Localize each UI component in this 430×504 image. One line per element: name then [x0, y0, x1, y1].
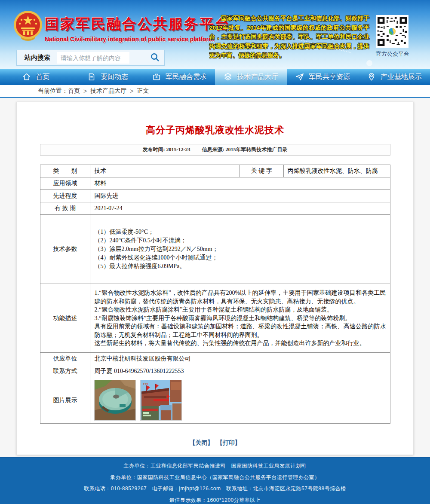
validity-label: 有 效 期	[40, 202, 90, 215]
nav-item-label: 产业基地展示	[381, 73, 422, 82]
paper-plane-icon	[295, 72, 304, 82]
table-row-validity: 有 效 期 2021-07-24	[40, 202, 390, 215]
supplier-value: 北京中核北研科技发展股份有限公司	[90, 353, 390, 365]
article-card: 高分子丙烯酸乳液改性水泥技术 发布时间: 2015-12-23 信息来源: 20…	[16, 102, 414, 455]
nav-item-home[interactable]: 首页	[0, 69, 72, 85]
platform-intro-text: 国家军民融合公共服务平台是工业和信息化部、财政部于2012年批复、2014年建成…	[209, 14, 369, 60]
map-dot	[366, 60, 372, 66]
category-label: 类 别	[40, 165, 90, 177]
table-row-advancement: 先进程度 国际先进	[40, 190, 390, 202]
params-label: 技术参数	[40, 215, 90, 284]
nav-item-label: 军民共享资源	[309, 73, 350, 82]
nav-item-shared-resources[interactable]: 军民共享资源	[287, 69, 359, 85]
nav-item-label: 首页	[36, 73, 49, 82]
validity-value: 2021-07-24	[90, 202, 390, 215]
nav-item-label: 要闻动态	[101, 73, 128, 82]
home-icon	[22, 72, 31, 82]
briefcase-icon	[152, 72, 161, 82]
footer-organizer-line: 主办单位：工业和信息化部军民结合推进司 国家国防科技工业局发展计划司	[0, 462, 430, 470]
nav-item-tech-hall[interactable]: 技术产品大厅	[215, 69, 287, 85]
news-icon	[87, 72, 96, 82]
breadcrumb: 当前位置： 首页 > 技术产品大厅 > 正文	[0, 85, 430, 98]
close-button[interactable]: 【关闭】	[189, 440, 213, 446]
breadcrumb-current: 正文	[137, 87, 149, 95]
keywords-value: 丙烯酸乳液改性水泥、防水、防腐	[283, 165, 390, 177]
supplier-label: 供应单位	[40, 353, 90, 365]
nav-item-label: 技术产品大厅	[237, 73, 278, 82]
breadcrumb-prefix: 当前位置：	[38, 87, 68, 95]
contact-label: 联系方式	[40, 365, 90, 377]
location-pin-icon	[367, 72, 376, 82]
main-nav: 首页 要闻动态 军民融合需求 技术产品大厅	[0, 69, 430, 85]
qr-caption: 官方公众平台	[376, 50, 408, 58]
svg-text:F16: F16	[143, 382, 148, 385]
print-button[interactable]: 【打印】	[217, 440, 241, 446]
field-label: 应用领域	[40, 177, 90, 190]
publish-date: 发布时间: 2015-12-23	[143, 147, 190, 153]
page-title: 高分子丙烯酸乳液改性水泥技术	[17, 124, 413, 137]
contact-value: 周子夏 010-64962570/13601222553	[90, 365, 390, 377]
search-button[interactable]	[150, 52, 160, 64]
nav-item-demand[interactable]: 军民融合需求	[143, 69, 215, 85]
site-footer: 主办单位：工业和信息化部军民结合推进司 国家国防科技工业局发展计划司 承办单位：…	[0, 457, 430, 504]
keywords-label: 关 键 字	[240, 165, 283, 177]
table-row-category: 类 别 技术 关 键 字 丙烯酸乳液改性水泥、防水、防腐	[40, 165, 390, 177]
footer-undertaker-line: 承办单位：国家国防科技工业局信息中心（国家军民融合公共服务平台运行管理办公室）	[0, 474, 430, 481]
qr-code-image	[376, 15, 408, 48]
breadcrumb-separator: >	[83, 88, 87, 95]
site-search-bar: 站内搜索	[16, 50, 165, 66]
table-row-supplier: 供应单位 北京中核北研科技发展股份有限公司	[40, 353, 390, 365]
function-value: 1.“聚合物改性水泥防水涂料”，改性后的产品具有200%以上的延伸率，主要用于国…	[90, 284, 390, 353]
main-area: 高分子丙烯酸乳液改性水泥技术 发布时间: 2015-12-23 信息来源: 20…	[0, 98, 430, 457]
nav-item-news[interactable]: 要闻动态	[72, 69, 144, 85]
table-row-field: 应用领域 材料	[40, 177, 390, 190]
search-input[interactable]	[57, 52, 129, 64]
article-actions: 【关闭】 【打印】	[17, 439, 413, 447]
tank-aerial-photo[interactable]	[94, 380, 136, 421]
national-emblem-logo	[13, 10, 43, 44]
table-row-contact: 联系方式 周子夏 010-64962570/13601222553	[40, 365, 390, 377]
footer-resolution-line: 最佳显示效果：1600*1200分辨率以上	[0, 497, 430, 504]
breadcrumb-separator: >	[130, 88, 133, 95]
site-subtitle: National Civil-military integration of p…	[45, 36, 230, 43]
images-cell: F16	[90, 377, 390, 424]
params-value: （1）低温柔度-50°C； （2）240°C条件下0.5小时不流淌； （3）涂层…	[90, 215, 390, 284]
layers-icon	[223, 72, 233, 82]
table-row-images: 图片展示	[40, 377, 390, 424]
advancement-value: 国际先进	[90, 190, 390, 202]
table-row-function: 功能描述 1.“聚合物改性水泥防水涂料”，改性后的产品具有200%以上的延伸率，…	[40, 284, 390, 353]
advancement-label: 先进程度	[40, 190, 90, 202]
search-label: 站内搜索	[25, 54, 50, 62]
nav-item-industry-base[interactable]: 产业基地展示	[358, 69, 430, 85]
footer-contact-line: 联系电话：010-88529267 电子邮箱：jmjhpt@126.com 联系…	[0, 485, 430, 492]
site-title-block: 国家军民融合公共服务平台 National Civil-military int…	[45, 15, 230, 43]
category-value: 技术	[90, 165, 240, 177]
images-label: 图片展示	[40, 377, 90, 424]
breadcrumb-link-home[interactable]: 首页	[68, 87, 80, 95]
breadcrumb-link-tech-hall[interactable]: 技术产品大厅	[90, 87, 126, 95]
site-header: 国家军民融合公共服务平台 National Civil-military int…	[0, 0, 430, 69]
field-value: 材料	[90, 177, 390, 190]
function-label: 功能描述	[40, 284, 90, 353]
qr-block: 官方公众平台	[376, 15, 408, 58]
table-row-params: 技术参数 （1）低温柔度-50°C； （2）240°C条件下0.5小时不流淌； …	[40, 215, 390, 284]
site-title: 国家军民融合公共服务平台	[45, 15, 230, 34]
building-collage-photo[interactable]: F16	[140, 380, 182, 421]
info-source: 信息来源: 2015年军转民技术推广目录	[202, 147, 288, 153]
publish-info-bar: 发布时间: 2015-12-23 信息来源: 2015年军转民技术推广目录	[40, 144, 390, 156]
nav-item-label: 军民融合需求	[166, 73, 207, 82]
spec-table: 类 别 技术 关 键 字 丙烯酸乳液改性水泥、防水、防腐 应用领域 材料 先进程…	[40, 165, 390, 424]
search-icon	[150, 52, 160, 64]
